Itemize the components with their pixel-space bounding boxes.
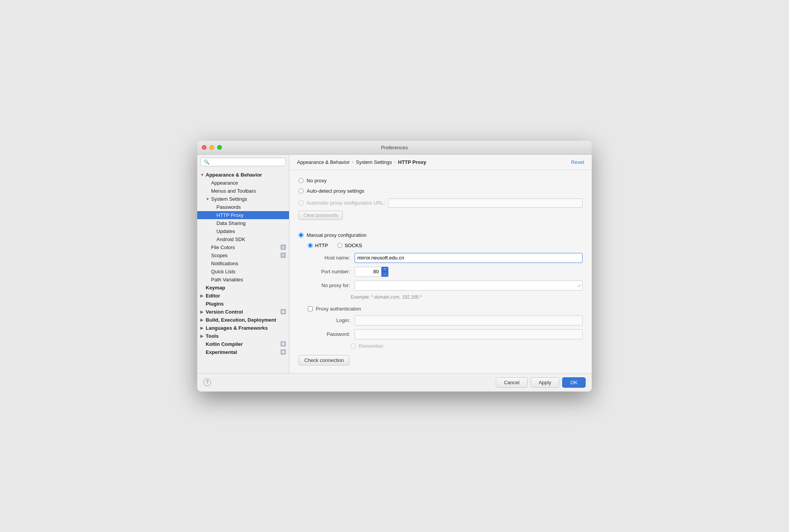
apply-button[interactable]: Apply: [531, 377, 560, 388]
settings-badge: ⊞: [281, 341, 286, 347]
auto-proxy-url-input[interactable]: [388, 198, 583, 208]
search-input[interactable]: [211, 159, 282, 165]
auto-detect-radio[interactable]: [299, 188, 304, 193]
no-proxy-radio[interactable]: [299, 178, 304, 183]
remember-label: Remember: [359, 343, 383, 349]
chevron-down-icon: ▼: [200, 173, 206, 177]
manual-proxy-row: Manual proxy configuration: [299, 232, 583, 238]
http-radio[interactable]: [308, 243, 313, 248]
search-box[interactable]: 🔍: [200, 158, 286, 166]
login-input[interactable]: [355, 316, 583, 325]
breadcrumb-sep-2: ›: [394, 159, 396, 165]
sidebar-item-appearance-behavior[interactable]: ▼ Appearance & Behavior: [197, 171, 289, 179]
sidebar-item-label: Path Variables: [211, 277, 243, 283]
sidebar-item-updates[interactable]: Updates: [197, 227, 289, 235]
sidebar-item-build-execution[interactable]: ▶ Build, Execution, Deployment: [197, 316, 289, 324]
password-row: Password:: [308, 329, 583, 339]
sidebar-item-label: Build, Execution, Deployment: [206, 317, 276, 323]
help-icon: ?: [206, 380, 209, 385]
port-decrement-button[interactable]: −: [381, 272, 388, 277]
password-input[interactable]: [355, 329, 583, 339]
hostname-label: Host name:: [308, 255, 350, 261]
settings-badge: ⊞: [281, 349, 286, 355]
form-area: No proxy Auto-detect proxy settings Auto…: [289, 170, 592, 373]
breadcrumb-current: HTTP Proxy: [398, 159, 426, 165]
sidebar-item-path-variables[interactable]: Path Variables: [197, 276, 289, 284]
auto-proxy-checkbox[interactable]: [299, 200, 304, 205]
sidebar-item-label: Editor: [206, 293, 220, 299]
password-label: Password:: [308, 331, 350, 337]
window-controls: [202, 145, 222, 150]
sidebar-item-label: Scopes: [211, 253, 228, 258]
auto-detect-label: Auto-detect proxy settings: [307, 188, 364, 194]
sidebar-item-keymap[interactable]: Keymap: [197, 284, 289, 292]
sidebar-item-file-colors[interactable]: File Colors ⊞: [197, 243, 289, 251]
footer: ? Cancel Apply OK: [197, 373, 592, 392]
port-spinner: + −: [381, 267, 388, 277]
chevron-right-icon: ▶: [200, 326, 206, 330]
port-row: Port number: + −: [308, 267, 583, 277]
sidebar-item-menus-toolbars[interactable]: Menus and Toolbars: [197, 187, 289, 195]
sidebar-item-label: Appearance & Behavior: [206, 172, 262, 178]
sidebar-item-label: File Colors: [211, 245, 235, 250]
help-button[interactable]: ?: [203, 378, 211, 386]
sidebar-item-label: Languages & Frameworks: [206, 325, 268, 331]
sidebar-item-label: Notifications: [211, 261, 238, 266]
sidebar-item-label: Android SDK: [216, 236, 245, 242]
sidebar-item-passwords[interactable]: Passwords: [197, 203, 289, 211]
no-proxy-label: No proxy: [307, 178, 327, 183]
manual-proxy-radio[interactable]: [299, 233, 304, 238]
reset-button[interactable]: Reset: [571, 159, 584, 165]
sidebar-item-version-control[interactable]: ▶ Version Control ⊞: [197, 308, 289, 316]
preferences-window: Preferences 🔍 ▼ Appearance & Behavior Ap…: [197, 141, 592, 392]
sidebar-item-data-sharing[interactable]: Data Sharing: [197, 219, 289, 227]
sidebar-item-label: Experimental: [206, 349, 237, 355]
sidebar-item-experimental[interactable]: Experimental ⊞: [197, 348, 289, 356]
chevron-right-icon: ▶: [200, 310, 206, 314]
sidebar-item-android-sdk[interactable]: Android SDK: [197, 235, 289, 243]
sidebar-item-label: Kotlin Compiler: [206, 341, 243, 347]
sidebar-item-languages-frameworks[interactable]: ▶ Languages & Frameworks: [197, 324, 289, 332]
check-connection-button[interactable]: Check connection: [299, 355, 350, 365]
port-increment-button[interactable]: +: [381, 267, 388, 272]
proxy-auth-checkbox[interactable]: [308, 306, 313, 311]
auto-proxy-url-row: Automatic proxy configuration URL:: [299, 198, 583, 208]
sidebar-item-plugins[interactable]: Plugins: [197, 300, 289, 308]
sidebar-item-system-settings[interactable]: ▼ System Settings: [197, 195, 289, 203]
sidebar-item-appearance[interactable]: Appearance: [197, 179, 289, 187]
sidebar-item-kotlin-compiler[interactable]: Kotlin Compiler ⊞: [197, 340, 289, 348]
close-button[interactable]: [202, 145, 206, 150]
breadcrumb-sep-1: ›: [352, 159, 353, 165]
chevron-right-icon: ▶: [200, 318, 206, 322]
sidebar-item-scopes[interactable]: Scopes ⊞: [197, 251, 289, 259]
noproxy-label: No proxy for:: [308, 283, 350, 288]
breadcrumb: Appearance & Behavior › System Settings …: [297, 159, 426, 165]
hostname-input[interactable]: [355, 253, 583, 263]
minimize-button[interactable]: [210, 145, 214, 150]
breadcrumb-part-2: System Settings: [356, 159, 392, 165]
remember-checkbox[interactable]: [351, 344, 356, 349]
cancel-button[interactable]: Cancel: [496, 377, 527, 388]
sidebar-item-label: HTTP Proxy: [216, 212, 244, 218]
sidebar-item-http-proxy[interactable]: HTTP Proxy: [197, 211, 289, 219]
sidebar: 🔍 ▼ Appearance & Behavior Appearance Men…: [197, 155, 289, 373]
ok-button[interactable]: OK: [562, 377, 586, 388]
sidebar-item-tools[interactable]: ▶ Tools: [197, 332, 289, 340]
http-radio-label: HTTP: [308, 243, 328, 248]
expand-icon: ⤢: [578, 283, 581, 288]
socks-radio[interactable]: [337, 243, 342, 248]
chevron-right-icon: ▶: [200, 334, 206, 338]
login-label: Login:: [308, 317, 350, 323]
sidebar-item-notifications[interactable]: Notifications: [197, 259, 289, 268]
clear-passwords-button[interactable]: Clear passwords: [299, 211, 343, 220]
sidebar-item-editor[interactable]: ▶ Editor: [197, 292, 289, 300]
sidebar-item-label: Keymap: [206, 285, 225, 291]
port-input[interactable]: [355, 267, 381, 277]
main-content: 🔍 ▼ Appearance & Behavior Appearance Men…: [197, 155, 592, 373]
maximize-button[interactable]: [217, 145, 222, 150]
port-container: + −: [355, 267, 388, 277]
noproxy-input[interactable]: [355, 281, 583, 291]
sidebar-item-quick-lists[interactable]: Quick Lists: [197, 268, 289, 276]
manual-proxy-label: Manual proxy configuration: [307, 232, 366, 238]
proxy-auth-row: Proxy authentication: [308, 306, 583, 312]
